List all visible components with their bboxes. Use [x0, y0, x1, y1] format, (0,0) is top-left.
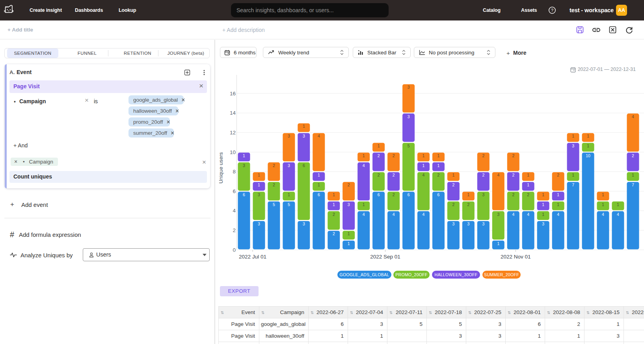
- svg-text:3: 3: [482, 221, 484, 226]
- svg-text:2: 2: [512, 192, 514, 197]
- svg-text:2: 2: [333, 231, 335, 236]
- svg-text:5: 5: [408, 143, 410, 148]
- svg-text:1: 1: [258, 182, 260, 187]
- svg-text:3: 3: [467, 221, 469, 226]
- svg-text:2: 2: [527, 192, 529, 197]
- svg-text:2: 2: [348, 182, 350, 187]
- svg-text:3: 3: [288, 163, 290, 168]
- svg-text:1: 1: [378, 143, 380, 148]
- svg-text:1: 1: [542, 212, 544, 217]
- svg-text:1: 1: [587, 134, 589, 138]
- svg-text:2022 Jul 01: 2022 Jul 01: [239, 254, 266, 260]
- svg-text:1: 1: [602, 202, 604, 207]
- svg-text:1: 1: [318, 173, 320, 177]
- svg-text:3: 3: [408, 85, 410, 89]
- svg-text:2: 2: [393, 153, 395, 158]
- svg-text:3: 3: [348, 202, 350, 207]
- svg-text:?: ?: [551, 8, 553, 13]
- svg-text:0: 0: [233, 247, 236, 253]
- svg-text:1: 1: [363, 202, 365, 207]
- svg-text:1: 1: [497, 241, 499, 246]
- svg-text:7: 7: [632, 182, 634, 187]
- svg-text:4: 4: [393, 212, 395, 217]
- svg-text:10: 10: [586, 153, 590, 158]
- svg-text:1: 1: [557, 202, 559, 207]
- svg-text:1: 1: [348, 241, 350, 246]
- svg-text:1: 1: [318, 182, 320, 187]
- svg-text:1: 1: [527, 173, 529, 177]
- svg-text:1: 1: [423, 163, 425, 168]
- svg-text:1: 1: [437, 163, 440, 168]
- svg-text:2: 2: [512, 153, 514, 158]
- svg-text:3: 3: [258, 221, 260, 226]
- svg-text:2: 2: [557, 173, 559, 177]
- svg-text:14: 14: [230, 110, 236, 116]
- svg-text:4: 4: [233, 208, 236, 214]
- svg-text:1: 1: [333, 202, 335, 207]
- svg-text:10: 10: [230, 149, 236, 155]
- svg-text:2: 2: [482, 153, 484, 158]
- svg-text:2: 2: [512, 173, 514, 177]
- svg-text:1: 1: [467, 192, 469, 197]
- svg-text:2: 2: [393, 192, 395, 197]
- svg-text:1: 1: [542, 192, 544, 197]
- svg-text:3: 3: [482, 192, 484, 197]
- svg-text:4: 4: [602, 212, 604, 217]
- svg-text:1: 1: [288, 192, 290, 197]
- svg-text:1: 1: [572, 173, 574, 177]
- svg-text:2: 2: [273, 163, 275, 168]
- svg-text:4: 4: [557, 212, 559, 217]
- svg-text:2: 2: [632, 153, 634, 158]
- svg-text:4: 4: [632, 114, 634, 119]
- svg-text:1: 1: [587, 143, 589, 148]
- svg-text:1: 1: [542, 202, 544, 207]
- svg-text:3: 3: [243, 163, 245, 168]
- svg-text:2: 2: [482, 173, 484, 177]
- svg-text:2: 2: [467, 202, 469, 207]
- svg-text:2: 2: [233, 227, 236, 233]
- svg-text:1: 1: [303, 124, 305, 128]
- svg-text:2: 2: [452, 182, 454, 187]
- svg-text:1: 1: [527, 182, 529, 187]
- svg-text:4: 4: [617, 212, 619, 217]
- svg-text:1: 1: [437, 153, 440, 158]
- svg-text:3: 3: [408, 114, 410, 119]
- svg-text:2: 2: [452, 202, 454, 207]
- svg-text:4: 4: [363, 163, 365, 168]
- svg-text:3: 3: [288, 134, 290, 138]
- svg-text:1: 1: [602, 192, 604, 197]
- svg-text:4: 4: [363, 212, 365, 217]
- svg-text:2: 2: [378, 153, 380, 158]
- svg-text:12: 12: [230, 130, 236, 136]
- svg-text:2: 2: [333, 212, 335, 217]
- svg-text:1: 1: [452, 173, 454, 177]
- svg-text:6: 6: [378, 192, 380, 197]
- svg-text:4: 4: [318, 134, 320, 138]
- svg-text:3: 3: [303, 134, 305, 138]
- svg-text:6: 6: [318, 192, 320, 197]
- svg-text:4: 4: [527, 212, 529, 217]
- svg-text:2: 2: [393, 173, 395, 177]
- svg-text:1: 1: [348, 231, 350, 236]
- svg-text:1: 1: [333, 192, 335, 197]
- svg-text:4: 4: [423, 173, 425, 177]
- svg-text:1: 1: [617, 202, 619, 207]
- svg-text:6: 6: [243, 192, 245, 197]
- svg-text:1: 1: [423, 153, 425, 158]
- svg-text:2: 2: [437, 173, 440, 177]
- svg-text:3: 3: [452, 221, 454, 226]
- svg-text:7: 7: [572, 182, 574, 187]
- svg-text:6: 6: [437, 192, 440, 197]
- svg-text:3: 3: [303, 221, 305, 226]
- svg-text:3: 3: [258, 192, 260, 197]
- svg-text:2022 Nov 01: 2022 Nov 01: [501, 254, 531, 260]
- svg-text:1: 1: [557, 192, 559, 197]
- svg-text:16: 16: [230, 91, 236, 97]
- svg-text:1: 1: [572, 134, 574, 138]
- svg-text:2022 Sep 01: 2022 Sep 01: [370, 254, 400, 260]
- svg-text:3: 3: [542, 221, 544, 226]
- svg-text:3: 3: [497, 212, 499, 217]
- svg-text:1: 1: [632, 173, 634, 177]
- svg-text:4: 4: [512, 212, 514, 217]
- svg-text:1: 1: [258, 173, 260, 177]
